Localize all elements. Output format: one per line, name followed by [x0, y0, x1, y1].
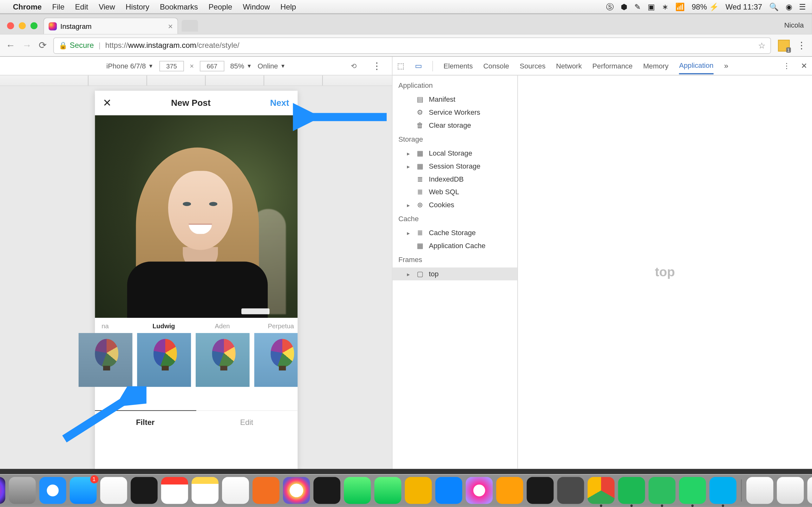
sidebar-item-clear-storage[interactable]: 🗑Clear storage	[392, 119, 517, 132]
dock-launchpad[interactable]	[9, 477, 36, 504]
sidebar-item-service-workers[interactable]: ⚙Service Workers	[392, 106, 517, 119]
devtools-tab-performance[interactable]: Performance	[593, 58, 633, 73]
devtools-tab-memory[interactable]: Memory	[643, 58, 669, 73]
dock-doc3[interactable]	[807, 477, 812, 504]
tab-filter[interactable]: Filter	[95, 410, 196, 434]
filter-na[interactable]: na	[78, 323, 132, 387]
dock-sublime[interactable]	[557, 477, 584, 504]
dock-terminal[interactable]	[526, 477, 554, 504]
menu-bookmarks[interactable]: Bookmarks	[160, 2, 198, 11]
dock-harvest[interactable]	[252, 477, 279, 504]
siri-menubar-icon[interactable]: ◉	[786, 2, 792, 11]
dock-notes[interactable]	[191, 477, 218, 504]
device-width-input[interactable]	[159, 60, 184, 71]
dock-1password[interactable]	[131, 477, 157, 504]
sidebar-item-web-sql[interactable]: ≣Web SQL	[392, 185, 517, 199]
close-window-button[interactable]	[7, 22, 14, 29]
dock-messages[interactable]	[344, 477, 370, 504]
chrome-menu-button[interactable]: ⋮	[797, 40, 806, 51]
devtools-tab-sources[interactable]: Sources	[519, 58, 545, 73]
filter-ludwig[interactable]: Ludwig	[137, 323, 191, 387]
wifi-menubar-icon[interactable]: 📶	[675, 2, 685, 11]
sidebar-item-top[interactable]: ▸▢top	[392, 268, 517, 280]
dock-keynote[interactable]	[435, 477, 462, 504]
devtools-tab-elements[interactable]: Elements	[444, 58, 473, 73]
notification-center-icon[interactable]: ☰	[799, 2, 806, 11]
browser-tab[interactable]: Instagram ×	[44, 17, 178, 34]
sidebar-item-cache-storage[interactable]: ▸≣Cache Storage	[392, 227, 517, 239]
dock-spotify[interactable]	[618, 477, 645, 504]
device-mode-toggle-icon[interactable]: ▭	[415, 61, 422, 70]
dock-calendar[interactable]	[161, 477, 188, 504]
close-tab-button[interactable]: ×	[168, 21, 173, 31]
dropbox-menubar-icon[interactable]: ⬢	[621, 2, 627, 11]
devtools-tab-console[interactable]: Console	[484, 58, 509, 73]
address-bar[interactable]: 🔒Secure | https://www.instagram.com/crea…	[53, 37, 771, 54]
dock-evernote[interactable]	[648, 477, 675, 504]
next-button[interactable]: Next	[270, 98, 289, 107]
sidebar-item-local-storage[interactable]: ▸▦Local Storage	[392, 147, 517, 160]
zoom-select[interactable]: 85%	[230, 62, 252, 70]
dock-itunes[interactable]	[465, 477, 492, 504]
dock-facetime[interactable]	[374, 477, 401, 504]
sidebar-item-indexeddb[interactable]: ≣IndexedDB	[392, 173, 517, 186]
dock-appstore[interactable]: 1	[69, 477, 96, 504]
app-menu[interactable]: Chrome	[13, 2, 42, 11]
close-icon[interactable]: ✕	[103, 96, 112, 109]
adobe-menubar-icon[interactable]: ▣	[648, 2, 655, 11]
devtools-tab-overflow[interactable]: »	[724, 61, 728, 70]
network-throttle-select[interactable]: Online	[258, 62, 286, 70]
dock-preview[interactable]	[100, 477, 127, 504]
extension-icon[interactable]: 1	[778, 40, 790, 51]
dock-skype[interactable]	[709, 477, 736, 504]
menu-view[interactable]: View	[99, 2, 115, 11]
devtools-tab-network[interactable]: Network	[556, 58, 582, 73]
devtools-tab-application[interactable]: Application	[679, 58, 713, 74]
device-more-menu[interactable]: ⋮	[372, 60, 382, 71]
chrome-profile[interactable]: Nicola	[784, 21, 812, 34]
inspect-element-icon[interactable]: ⬚	[397, 61, 404, 70]
evernote-menubar-icon[interactable]: ✎	[635, 2, 641, 11]
menu-edit[interactable]: Edit	[75, 2, 88, 11]
dock-timer[interactable]	[313, 477, 340, 504]
filter-aden[interactable]: Aden	[195, 323, 249, 387]
dock-siri[interactable]	[0, 477, 5, 504]
dock-ibooks[interactable]	[496, 477, 523, 504]
dock-whatsapp[interactable]	[679, 477, 706, 504]
dock-safari[interactable]	[39, 477, 66, 504]
menu-people[interactable]: People	[208, 2, 232, 11]
dock-photos[interactable]	[283, 477, 310, 504]
reload-button[interactable]: ⟳	[39, 40, 46, 51]
battery-status[interactable]: 98% ⚡	[692, 2, 718, 11]
devtools-close-icon[interactable]: ✕	[801, 61, 807, 70]
dock-slides[interactable]	[404, 477, 432, 504]
bookmark-star-icon[interactable]: ☆	[758, 41, 766, 50]
menu-window[interactable]: Window	[243, 2, 270, 11]
post-preview-image[interactable]	[95, 115, 297, 318]
tab-edit[interactable]: Edit	[196, 411, 298, 434]
menu-help[interactable]: Help	[281, 2, 296, 11]
sidebar-item-manifest[interactable]: ▤Manifest	[392, 93, 517, 106]
back-button[interactable]: ←	[6, 40, 15, 51]
sidebar-item-application-cache[interactable]: ▦Application Cache	[392, 239, 517, 252]
device-height-input[interactable]	[200, 60, 224, 71]
forward-button[interactable]: →	[22, 40, 32, 51]
dock-chrome[interactable]	[588, 477, 614, 504]
dock-numbers[interactable]	[222, 477, 249, 504]
sidebar-item-session-storage[interactable]: ▸▦Session Storage	[392, 160, 517, 173]
new-tab-button[interactable]	[182, 20, 198, 32]
sidebar-item-cookies[interactable]: ▸⊛Cookies	[392, 199, 517, 211]
zoom-window-button[interactable]	[31, 22, 38, 29]
menu-history[interactable]: History	[125, 2, 149, 11]
menu-file[interactable]: File	[52, 2, 65, 11]
secure-indicator[interactable]: 🔒Secure	[59, 41, 94, 50]
minimize-window-button[interactable]	[19, 22, 26, 29]
spotlight-icon[interactable]: 🔍	[769, 2, 779, 11]
bluetooth-menubar-icon[interactable]: ∗	[662, 2, 668, 11]
dock-doc1[interactable]	[746, 477, 773, 504]
rotate-device-icon[interactable]: ⟲	[351, 62, 357, 70]
devtools-menu-icon[interactable]: ⋮	[783, 61, 791, 70]
dock-doc2[interactable]	[776, 477, 803, 504]
device-select[interactable]: iPhone 6/7/8	[106, 62, 153, 70]
filter-perpetua[interactable]: Perpetua	[254, 323, 298, 387]
